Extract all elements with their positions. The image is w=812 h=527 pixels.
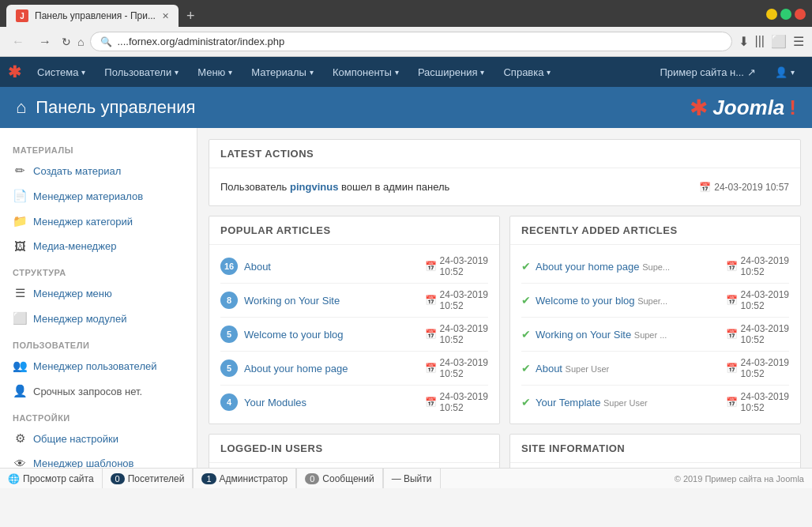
admin-badge: 1 — [201, 473, 216, 484]
folder-icon: 📁 — [13, 214, 27, 228]
favicon-icon: J — [16, 9, 28, 22]
recent-row: ✔ About Super User 📅 24-03-201910:52 — [521, 352, 789, 386]
calendar-icon: 📅 — [425, 363, 437, 374]
article-date: 📅 24-03-201910:52 — [425, 255, 488, 277]
nav-spravka[interactable]: Справка ▾ — [494, 57, 560, 87]
recent-row: ✔ Working on Your Site Super ... 📅 24-03… — [521, 318, 789, 352]
article-row: 16 About 📅 24-03-201910:52 — [220, 250, 488, 284]
sidebar-item-module-manager[interactable]: ⬜ Менеджер модулей — [0, 306, 197, 331]
calendar-icon: 📅 — [726, 295, 738, 306]
admin-nav-right: Пример сайта н... ↗ 👤 ▾ — [650, 57, 804, 87]
recent-row: ✔ About your home page Supe... 📅 24-03-2… — [521, 250, 789, 284]
chevron-down-icon: ▾ — [81, 68, 85, 77]
nav-polzovateli[interactable]: Пользователи ▾ — [95, 57, 188, 87]
recent-user: Super... — [637, 296, 667, 306]
forward-button[interactable]: → — [35, 33, 55, 51]
article-date: 📅 24-03-201910:52 — [425, 289, 488, 311]
recent-date: 📅 24-03-201910:52 — [726, 255, 789, 277]
recent-content: About your home page Supe... — [536, 261, 721, 273]
document-icon: 📄 — [13, 189, 27, 203]
bottom-section-row: LOGGED-IN USERS SITE INFORMATION — [209, 434, 801, 468]
nav-komponenty[interactable]: Компоненты ▾ — [323, 57, 408, 87]
back-button[interactable]: ← — [8, 33, 28, 51]
nav-sistema[interactable]: Система ▾ — [28, 57, 95, 87]
recent-link[interactable]: About — [536, 363, 562, 375]
sidebar-item-urgent-requests[interactable]: 👤 Срочных запросов нет. — [0, 378, 197, 404]
article-count-badge: 16 — [220, 258, 238, 275]
recent-date: 📅 24-03-201910:52 — [726, 289, 789, 311]
address-bar[interactable]: 🔍 — [90, 32, 731, 51]
recently-added-card: RECENTLY ADDED ARTICLES ✔ About your hom… — [509, 216, 801, 424]
article-link[interactable]: About your home page — [244, 363, 348, 375]
article-link[interactable]: Welcome to your blog — [244, 329, 344, 341]
visitors-label: Посетителей — [128, 473, 185, 484]
joomla-logo-text: Joomla — [712, 96, 784, 120]
bookmarks-icon[interactable]: ||| — [755, 34, 765, 49]
nav-menu[interactable]: Меню ▾ — [188, 57, 242, 87]
logged-in-users-card: LOGGED-IN USERS — [209, 434, 500, 468]
sidebar-item-template-manager[interactable]: 👁 Менеджер шаблонов — [0, 451, 197, 468]
sidebar-item-create-article[interactable]: ✏ Создать материал — [0, 158, 197, 183]
recent-link[interactable]: Your Template — [536, 397, 600, 408]
recent-link[interactable]: About your home page — [536, 261, 640, 273]
sidebar-item-general-settings[interactable]: ⚙ Общие настройки — [0, 426, 197, 451]
logged-in-header: LOGGED-IN USERS — [209, 435, 499, 463]
joomla-exclaim: ! — [789, 96, 796, 120]
article-link[interactable]: Working on Your Site — [244, 295, 340, 307]
messages-count-item: 0 Сообщений — [296, 469, 382, 488]
nav-rasshireniya[interactable]: Расширения ▾ — [408, 57, 494, 87]
action-row: Пользователь pingvinus вошел в админ пан… — [220, 176, 789, 198]
view-site-link[interactable]: 🌐 Просмотр сайта — [8, 469, 102, 488]
tab-close-button[interactable]: ✕ — [162, 11, 169, 21]
recent-link[interactable]: Working on Your Site — [536, 329, 631, 341]
close-window-button[interactable] — [795, 9, 806, 20]
article-content: Your Modules — [244, 397, 425, 408]
reload-button[interactable]: ↻ — [62, 36, 71, 48]
logout-item[interactable]: — Выйти — [383, 469, 441, 488]
minimize-button[interactable] — [766, 9, 777, 20]
sidebar-label: Срочных запросов нет. — [33, 386, 142, 397]
action-user-link[interactable]: pingvinus — [290, 181, 338, 193]
sidebar-section-struktura-title: СТРУКТУРА — [0, 258, 197, 280]
latest-actions-card: LATEST ACTIONS Пользователь pingvinus во… — [209, 139, 801, 206]
popular-articles-card: POPULAR ARTICLES 16 About 📅 24-03-201910… — [209, 216, 500, 424]
globe-icon: 🌐 — [8, 473, 20, 484]
home-button[interactable]: ⌂ — [77, 36, 84, 48]
download-icon[interactable]: ⬇ — [739, 34, 749, 49]
home-icon: ⌂ — [16, 97, 26, 118]
new-tab-button[interactable]: + — [183, 8, 198, 24]
gear-icon: ⚙ — [13, 431, 27, 446]
site-info-header: SITE INFORMATION — [510, 435, 800, 463]
recent-row: ✔ Welcome to your blog Super... 📅 24-03-… — [521, 284, 789, 318]
sidebar-section-materialy-title: МАТЕРИАЛЫ — [0, 136, 197, 158]
admin-label: Администратор — [220, 473, 288, 484]
sidebar-item-menu-manager[interactable]: ☰ Менеджер меню — [0, 280, 197, 306]
sidebar-icon[interactable]: ⬜ — [771, 34, 787, 49]
address-input[interactable] — [117, 36, 721, 47]
sidebar-label: Менеджер материалов — [33, 190, 143, 202]
status-bar: 🌐 Просмотр сайта 0 Посетителей 1 Админис… — [0, 468, 812, 488]
recent-link[interactable]: Welcome to your blog — [536, 295, 635, 307]
sidebar-item-category-manager[interactable]: 📁 Менеджер категорий — [0, 209, 197, 234]
sidebar-item-user-manager[interactable]: 👥 Менеджер пользователей — [0, 353, 197, 378]
popular-articles-body: 16 About 📅 24-03-201910:52 8 Working on … — [209, 245, 499, 423]
nav-primer-saita[interactable]: Пример сайта н... ↗ — [650, 57, 765, 87]
visitors-badge: 0 — [111, 473, 125, 484]
browser-tab[interactable]: J Панель управления - При... ✕ — [6, 5, 179, 27]
page-header: ⌂ Панель управления ✱ Joomla! — [0, 87, 812, 128]
nav-materialy[interactable]: Материалы ▾ — [242, 57, 323, 87]
recent-content: Working on Your Site Super ... — [536, 329, 721, 341]
sidebar-item-media-manager[interactable]: 🖼 Медиа-менеджер — [0, 234, 197, 258]
menu-icon[interactable]: ☰ — [793, 34, 804, 49]
article-link[interactable]: About — [244, 261, 271, 273]
joomla-star-icon: ✱ — [690, 95, 708, 121]
nav-user-menu[interactable]: 👤 ▾ — [765, 57, 804, 87]
maximize-button[interactable] — [780, 9, 791, 20]
pencil-icon: ✏ — [13, 164, 27, 178]
article-link[interactable]: Your Modules — [244, 397, 306, 408]
joomla-admin-logo-icon: ✱ — [8, 62, 21, 81]
recent-date: 📅 24-03-201910:52 — [726, 357, 789, 379]
calendar-icon: 📅 — [425, 261, 437, 272]
sidebar-item-article-manager[interactable]: 📄 Менеджер материалов — [0, 183, 197, 209]
check-icon: ✔ — [521, 362, 531, 375]
